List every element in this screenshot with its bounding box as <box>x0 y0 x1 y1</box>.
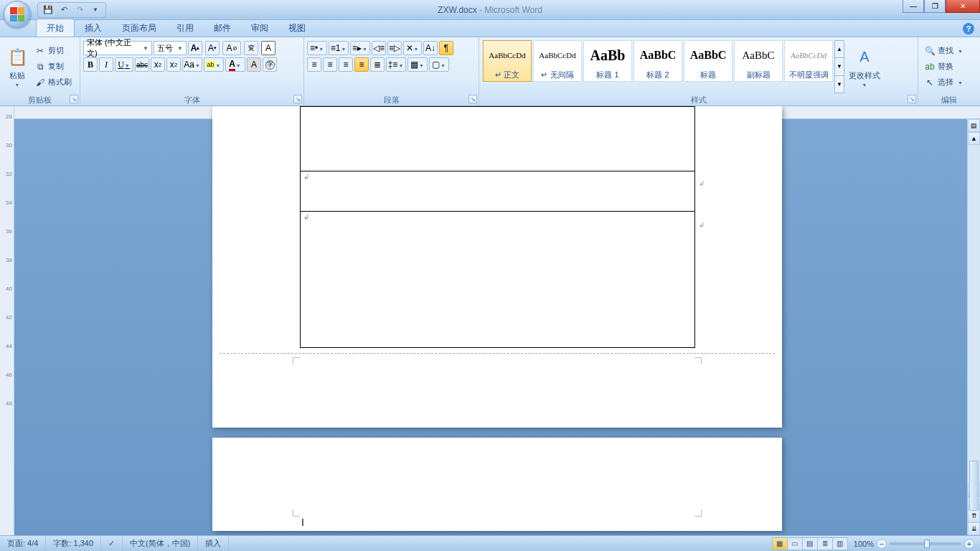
zoom-slider[interactable] <box>890 542 961 545</box>
view-web[interactable]: ▤ <box>802 537 818 550</box>
maximize-button[interactable]: ❐ <box>924 0 946 13</box>
char-shading-button[interactable]: A <box>247 57 261 72</box>
group-clipboard: 📋 粘贴 ▼ ✂剪切 ⧉复制 🖌格式刷 剪贴板↘ <box>0 37 80 105</box>
bullets-button[interactable]: ≡•▼ <box>307 41 327 55</box>
style-item-5[interactable]: AaBbC 副标题 <box>734 40 783 82</box>
style-item-1[interactable]: AaBbCcDd↵ 无间隔 <box>533 40 582 82</box>
clipboard-launcher[interactable]: ↘ <box>70 95 78 103</box>
paste-button[interactable]: 📋 粘贴 ▼ <box>3 39 32 94</box>
ruler-toggle-button[interactable]: ▤ <box>968 119 980 132</box>
save-icon[interactable]: 💾 <box>42 4 54 16</box>
tab-references[interactable]: 引用 <box>166 19 204 37</box>
redo-icon[interactable]: ↷ <box>74 4 85 16</box>
tab-view[interactable]: 视图 <box>278 19 316 37</box>
status-proofing[interactable]: ✓ <box>101 536 123 551</box>
select-button[interactable]: ↖选择▼ <box>921 75 977 90</box>
vertical-scrollbar[interactable]: ▤ ▲ ▼ ○ ⇈ ⇊ <box>967 119 980 535</box>
style-item-2[interactable]: AaBb 标题 1 <box>583 40 632 82</box>
tab-home[interactable]: 开始 <box>36 19 75 37</box>
change-case-button[interactable]: Aa▼ <box>182 57 202 72</box>
sort-button[interactable]: A↓ <box>423 41 438 55</box>
cut-button[interactable]: ✂剪切 <box>32 43 75 59</box>
gallery-down-button[interactable]: ▼ <box>834 57 844 75</box>
format-painter-button[interactable]: 🖌格式刷 <box>32 75 75 90</box>
tab-insert[interactable]: 插入 <box>75 19 112 37</box>
line-spacing-button[interactable]: ‡≡▼ <box>386 57 406 72</box>
next-page-button[interactable]: ⇊ <box>968 522 980 535</box>
shading-button[interactable]: ▦▼ <box>407 57 428 72</box>
clear-format-button[interactable]: A⊘ <box>222 41 241 55</box>
tab-mailings[interactable]: 邮件 <box>204 19 241 37</box>
font-color-button[interactable]: A▼ <box>225 57 245 72</box>
phonetic-button[interactable]: 変 <box>244 41 258 55</box>
status-language[interactable]: 中文(简体，中国) <box>123 536 198 551</box>
superscript-button[interactable]: x2 <box>166 57 181 72</box>
enclose-char-button[interactable]: 字 <box>263 57 277 72</box>
view-draft[interactable]: ▥ <box>832 537 848 550</box>
status-page[interactable]: 页面: 4/4 <box>0 536 46 551</box>
view-outline[interactable]: ≣ <box>817 537 833 550</box>
undo-icon[interactable]: ↶ <box>58 4 70 16</box>
char-border-button[interactable]: A <box>261 41 275 55</box>
align-left-button[interactable]: ≡ <box>307 57 321 72</box>
vertical-ruler[interactable]: 2830323436384042444648 <box>0 106 14 535</box>
gallery-more-button[interactable]: ▼ <box>834 75 844 93</box>
numbering-button[interactable]: ≡1▼ <box>329 41 349 55</box>
status-words[interactable]: 字数: 1,340 <box>46 536 101 551</box>
font-name-combo[interactable]: 宋体 (中文正文)▼ <box>83 41 152 55</box>
style-item-4[interactable]: AaBbC 标题 <box>684 40 732 82</box>
font-size-combo[interactable]: 五号▼ <box>154 41 187 55</box>
status-insert-mode[interactable]: 插入 <box>198 536 229 551</box>
copy-button[interactable]: ⧉复制 <box>32 59 75 75</box>
office-button[interactable] <box>1 0 34 32</box>
view-full-reading[interactable]: ▭ <box>787 537 803 550</box>
asian-layout-button[interactable]: ✕▼ <box>403 41 422 55</box>
paragraph-launcher[interactable]: ↘ <box>468 95 477 103</box>
bold-button[interactable]: B <box>83 57 98 72</box>
align-right-button[interactable]: ≡ <box>339 57 353 72</box>
document-canvas[interactable]: ↲ ↲ ↲ ↲ I ▤ ▲ ▼ ○ ⇈ ⇊ <box>14 106 980 535</box>
style-item-0[interactable]: AaBbCcDd↵ 正文 <box>483 40 532 82</box>
italic-button[interactable]: I <box>99 57 113 72</box>
indent-dec-button[interactable]: ◁≡ <box>372 41 386 55</box>
font-launcher[interactable]: ↘ <box>293 95 302 103</box>
brush-icon: 🖌 <box>34 77 46 88</box>
zoom-level[interactable]: 100% <box>854 540 874 548</box>
distribute-button[interactable]: ≣ <box>370 57 385 72</box>
show-marks-button[interactable]: ¶ <box>439 41 453 55</box>
minimize-button[interactable]: ― <box>903 0 924 13</box>
document-table[interactable]: ↲ ↲ <box>300 106 695 348</box>
underline-button[interactable]: U▼ <box>115 57 133 72</box>
gallery-up-button[interactable]: ▲ <box>834 40 844 58</box>
close-button[interactable]: ✕ <box>946 0 980 13</box>
subscript-button[interactable]: x2 <box>151 57 165 72</box>
view-print-layout[interactable]: ▦ <box>772 537 788 550</box>
highlight-button[interactable]: ab▼ <box>204 57 224 72</box>
multilevel-button[interactable]: ≡▸▼ <box>350 41 370 55</box>
qat-more-icon[interactable]: ▼ <box>90 4 101 16</box>
zoom-in-button[interactable]: + <box>964 539 974 549</box>
indent-inc-button[interactable]: ≡▷ <box>387 41 402 55</box>
scroll-thumb[interactable] <box>969 461 979 511</box>
grow-font-button[interactable]: A▴ <box>188 41 202 55</box>
styles-launcher[interactable]: ↘ <box>908 95 916 103</box>
find-button[interactable]: 🔍查找▼ <box>921 43 977 59</box>
change-styles-button[interactable]: A 更改样式 ▼ <box>847 39 882 94</box>
scroll-up-button[interactable]: ▲ <box>968 132 980 145</box>
shrink-font-button[interactable]: A▾ <box>205 41 220 55</box>
align-justify-button[interactable]: ≡ <box>354 57 369 72</box>
style-gallery: AaBbCcDd↵ 正文AaBbCcDd↵ 无间隔AaBb 标题 1AaBbC … <box>482 39 834 94</box>
style-item-6[interactable]: AaBbCcDd 不明显强调 <box>784 40 833 82</box>
style-item-3[interactable]: AaBbC 标题 2 <box>633 40 682 82</box>
borders-button[interactable]: ▢▼ <box>429 57 449 72</box>
zoom-out-button[interactable]: − <box>877 539 887 549</box>
zoom-control: 100% − + <box>848 539 980 549</box>
help-icon[interactable]: ? <box>963 23 974 34</box>
strike-button[interactable]: abc <box>135 57 149 72</box>
zoom-thumb[interactable] <box>924 540 930 548</box>
prev-page-button[interactable]: ⇈ <box>968 509 980 522</box>
tab-review[interactable]: 审阅 <box>241 19 278 37</box>
tab-page-layout[interactable]: 页面布局 <box>112 19 166 37</box>
align-center-button[interactable]: ≡ <box>323 57 337 72</box>
replace-button[interactable]: ab替换 <box>921 59 977 75</box>
